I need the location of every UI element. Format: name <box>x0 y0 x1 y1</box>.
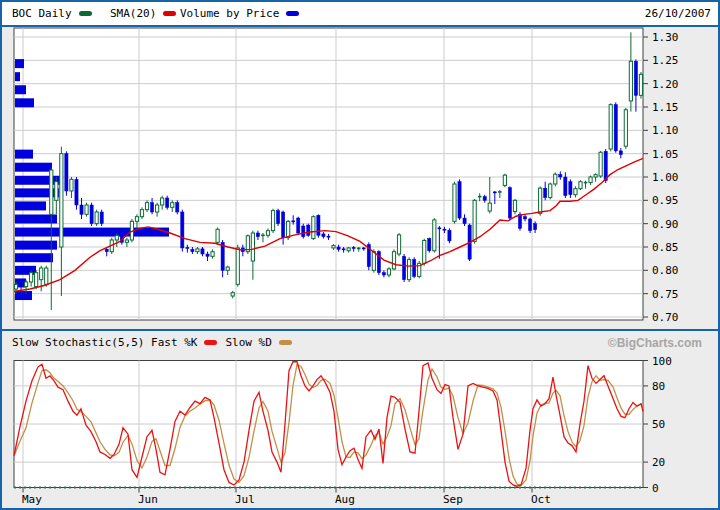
volume-by-price-bar <box>15 228 169 237</box>
candle-down <box>428 239 431 251</box>
month-label: Jul <box>235 493 255 506</box>
volume-by-price-bar <box>15 98 34 107</box>
stochastic-k-swatch-icon <box>204 340 217 345</box>
candle-up <box>609 105 612 149</box>
candle-down <box>191 249 194 251</box>
candle-down <box>256 233 259 237</box>
chart-canvas: BOC Daily SMA(20) Volume by Price 26/10/… <box>0 0 720 510</box>
candle-down <box>80 205 83 214</box>
candle-down <box>302 226 305 237</box>
candle-up <box>115 235 118 240</box>
stoch-axis-label: 50 <box>652 418 665 431</box>
month-label: Oct <box>531 493 551 506</box>
volume-by-price-bar <box>15 85 26 94</box>
month-label: May <box>22 493 42 506</box>
volume-by-price-bar <box>15 59 24 68</box>
candle-up <box>156 205 159 212</box>
candle-up <box>216 229 219 242</box>
candle-up <box>629 61 632 101</box>
volume-by-price-bar <box>15 176 61 185</box>
candle-up <box>589 177 592 183</box>
month-label: Sep <box>443 493 463 506</box>
stochastic-d-label: Slow %D <box>225 336 271 349</box>
candle-up <box>24 282 27 287</box>
volume-by-price-bar <box>15 163 52 172</box>
candle-up <box>85 205 88 214</box>
candle-down <box>463 218 466 224</box>
volume-by-price-bar <box>15 253 53 262</box>
price-axis-label: 1.25 <box>652 54 679 67</box>
candle-up <box>549 184 552 198</box>
candle-up <box>347 248 350 251</box>
volume-by-price-bar <box>15 150 33 159</box>
volume-by-price-bar <box>15 215 57 224</box>
candle-up <box>624 110 627 146</box>
stoch-axis-label: 0 <box>652 482 659 495</box>
candle-up <box>196 249 199 252</box>
candle-down <box>75 179 78 205</box>
stochastic-legend: Slow Stochastic(5,5) Fast %K Slow %D <box>12 336 300 349</box>
candle-down <box>19 284 22 286</box>
candle-up <box>161 198 164 205</box>
candle-up <box>135 217 138 222</box>
candle-up <box>287 221 290 237</box>
candle-down <box>483 197 486 201</box>
candle-up <box>392 252 395 269</box>
candle-down <box>221 242 224 270</box>
candle-up <box>266 231 269 236</box>
candle-down <box>508 188 511 218</box>
candle-down <box>382 273 385 275</box>
candle-up <box>453 184 456 221</box>
stochastic-k-label: Slow Stochastic(5,5) Fast %K <box>12 336 197 349</box>
chart-svg: MayJunJulAugSepOct1.301.251.201.151.101.… <box>0 0 720 510</box>
candle-up <box>236 248 239 284</box>
candle-down <box>614 105 617 151</box>
candle-up <box>70 179 73 191</box>
candle-down <box>150 203 153 212</box>
candle-up <box>513 200 516 211</box>
candle-down <box>201 249 204 254</box>
candle-up <box>140 210 143 217</box>
candle-up <box>372 252 375 271</box>
candle-up <box>312 217 315 239</box>
candle-up <box>397 235 400 254</box>
candle-down <box>317 215 320 235</box>
candle-down <box>337 247 340 249</box>
price-axis-label: 1.00 <box>652 171 679 184</box>
candle-up <box>574 189 577 195</box>
candle-up <box>60 154 63 247</box>
price-axis-label: 1.15 <box>652 101 679 114</box>
candle-up <box>387 269 390 275</box>
candle-down <box>413 260 416 277</box>
price-axis-label: 0.85 <box>652 241 679 254</box>
candle-up <box>599 152 602 176</box>
bigcharts-watermark: ©BigCharts.com <box>608 336 702 350</box>
candle-up <box>579 182 582 189</box>
price-axis-label: 0.95 <box>652 194 679 207</box>
price-axis-label: 0.80 <box>652 264 679 277</box>
candle-down <box>634 61 637 95</box>
volume-by-price-bar <box>15 241 57 250</box>
candle-down <box>559 175 562 177</box>
candle-down <box>569 182 572 195</box>
volume-by-price-bar <box>15 291 32 300</box>
candle-down <box>105 249 108 251</box>
price-axis-label: 0.90 <box>652 218 679 231</box>
candle-up <box>473 200 476 241</box>
candle-up <box>95 212 98 224</box>
candle-down <box>181 212 184 248</box>
candle-down <box>176 203 179 212</box>
candle-up <box>226 267 229 270</box>
candle-down <box>619 151 622 155</box>
candle-down <box>297 218 300 233</box>
volume-by-price-bar <box>15 201 46 210</box>
price-axis-label: 1.10 <box>652 124 679 137</box>
candle-down <box>402 256 405 279</box>
candle-up <box>40 268 43 280</box>
panel-divider <box>2 329 718 331</box>
candle-down <box>518 214 521 228</box>
candle-up <box>35 273 38 287</box>
candle-up <box>423 240 426 263</box>
price-axis-label: 0.70 <box>652 311 679 324</box>
candle-down <box>448 230 451 241</box>
